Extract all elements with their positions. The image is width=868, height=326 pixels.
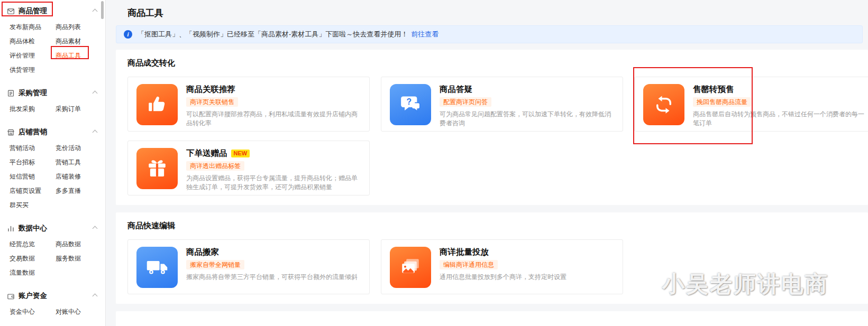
sidebar-section-shop-marketing: 店铺营销 营销活动 竞价活动 平台招标 营销工具 短信营销 店铺装修 店铺页设置…	[0, 125, 105, 209]
sidebar-item-sms-marketing[interactable]: 短信营销	[10, 173, 56, 180]
sidebar-item-transaction-data[interactable]: 交易数据	[10, 255, 56, 262]
info-icon: i	[124, 30, 132, 39]
sidebar-item-business-overview[interactable]: 经营总览	[10, 240, 56, 248]
sidebar-item-publish-new-product[interactable]: 发布新商品	[10, 23, 56, 31]
card-tag: 配置商详页问答	[440, 97, 491, 107]
card-title: 商详批量投放	[440, 247, 567, 257]
card-title: 商品答疑	[440, 84, 614, 95]
card-description: 商品售罄后自动转为预售商品，不错过任何一个消费者的每一笔订单	[693, 110, 867, 128]
card-title: 售罄转预售	[693, 84, 867, 95]
card-product-move[interactable]: 商品搬家 搬家自带全网销量 搬家商品将自带第三方平台销量，可获得平台额外的流量倾…	[127, 239, 370, 294]
sidebar-header-shop-marketing[interactable]: 店铺营销	[0, 125, 105, 139]
card-description: 可以配置商详腰部推荐商品，利用私域流量有效提升店铺内商品转化率	[186, 110, 361, 128]
sidebar-item-platform-tender[interactable]: 平台招标	[10, 159, 56, 166]
page-title: 商品工具	[106, 0, 868, 23]
sidebar-item-wholesale-purchase[interactable]: 批发采购	[10, 105, 56, 113]
card-product-recommendation[interactable]: 商品关联推荐 商详页关联销售 可以配置商详腰部推荐商品，利用私域流量有效提升店铺…	[127, 77, 370, 132]
mail-icon	[6, 7, 15, 15]
notice-banner: i 「抠图工具」、「视频制作」已经移至「商品素材-素材工具」下面啦～快去查看并使…	[116, 25, 863, 43]
card-title: 商品搬家	[186, 247, 358, 257]
sidebar-items: 批发采购 采购订单	[0, 100, 105, 113]
chevron-up-icon[interactable]	[93, 226, 98, 231]
truck-icon	[136, 247, 178, 288]
sidebar-header-account-funds[interactable]: 账户资金	[0, 289, 105, 303]
sidebar-item-product-tools[interactable]: 商品工具	[56, 52, 105, 59]
chevron-up-icon[interactable]	[93, 129, 98, 135]
sidebar-scrollbar[interactable]	[101, 1, 104, 19]
sidebar-item-duoduo-live[interactable]: 多多直播	[56, 187, 105, 194]
card-tag: 商详页关联销售	[186, 97, 238, 107]
card-soldout-presale[interactable]: 售罄转预售 挽回售罄商品流量 商品售罄后自动转为预售商品，不错过任何一个消费者的…	[634, 77, 868, 132]
sidebar-item-product-data[interactable]: 商品数据	[56, 240, 105, 248]
card-order-gift[interactable]: 下单送赠品 NEW 商详透出赠品标签 为商品设置赠品，获得平台专属流量，提升商品…	[127, 141, 370, 195]
sidebar-section-data-center: 数据中心 经营总览 商品数据 交易数据 服务数据 流量数据	[0, 221, 105, 276]
sidebar-item-shop-decoration[interactable]: 店铺装修	[56, 173, 105, 180]
card-product-qa[interactable]: ? 商品答疑 配置商详页问答 可为商品常见问题配置答案，可以加速下单转化，有效降…	[381, 77, 623, 132]
gift-icon	[136, 148, 178, 189]
notice-link[interactable]: 前往查看	[411, 30, 438, 39]
section-title-conversion: 商品成交转化	[127, 58, 868, 68]
card-detail-batch-publish[interactable]: 商详批量投放 编辑商详通用信息 通用信息批量投放到多个商详，支持定时设置	[381, 239, 623, 294]
card-title-text: 下单送赠品	[186, 148, 227, 159]
card-tag: 编辑商详通用信息	[440, 260, 498, 269]
sidebar-section-title: 店铺营销	[19, 127, 47, 137]
sidebar-item-product-material[interactable]: 商品素材	[56, 38, 105, 45]
sidebar-section-title: 账户资金	[19, 291, 47, 301]
chevron-up-icon[interactable]	[93, 90, 98, 96]
sidebar-item-group-buying[interactable]: 群买买	[10, 201, 56, 209]
question-bubble-icon: ?	[390, 84, 431, 125]
photos-icon	[390, 247, 431, 288]
sidebar-item-product-list[interactable]: 商品列表	[56, 23, 105, 31]
sidebar-section-purchase-management: 采购管理 批发采购 采购订单	[0, 86, 105, 113]
sidebar-item-supply-management[interactable]: 供货管理	[10, 66, 56, 73]
sidebar-section-account-funds: 账户资金 资金中心 对账中心	[0, 289, 105, 315]
sidebar-section-product-management: 商品管理 发布新商品 商品列表 商品体检 商品素材 评价管理 商品工具 供货管理	[0, 4, 105, 73]
card-grid: 商品关联推荐 商详页关联销售 可以配置商详腰部推荐商品，利用私域流量有效提升店铺…	[127, 77, 868, 195]
sidebar: 商品管理 发布新商品 商品列表 商品体检 商品素材 评价管理 商品工具 供货管理…	[0, 0, 106, 326]
sidebar-header-product-management[interactable]: 商品管理	[0, 4, 105, 18]
sidebar-items: 发布新商品 商品列表 商品体检 商品素材 评价管理 商品工具 供货管理	[0, 18, 105, 73]
sidebar-items: 资金中心 对账中心	[0, 303, 105, 315]
sidebar-item-reconciliation-center[interactable]: 对账中心	[56, 308, 105, 315]
sidebar-item-marketing-tools[interactable]: 营销工具	[56, 159, 105, 166]
card-title: 下单送赠品 NEW	[186, 148, 361, 159]
shop-icon	[6, 128, 15, 136]
card-description: 可为商品常见问题配置答案，可以加速下单转化，有效降低消费者咨询	[440, 110, 614, 128]
sidebar-section-title: 采购管理	[19, 88, 47, 98]
sidebar-item-funds-center[interactable]: 资金中心	[10, 308, 56, 315]
watermark-text: 小吴老师讲电商	[662, 269, 829, 299]
thumbs-up-icon	[136, 84, 178, 125]
sidebar-header-data-center[interactable]: 数据中心	[0, 221, 105, 235]
card-description: 搬家商品将自带第三方平台销量，可获得平台额外的流量倾斜	[186, 273, 358, 282]
chevron-up-icon[interactable]	[93, 293, 98, 299]
sidebar-items: 营销活动 竞价活动 平台招标 营销工具 短信营销 店铺装修 店铺页设置 多多直播…	[0, 139, 105, 209]
card-description: 通用信息批量投放到多个商详，支持定时设置	[440, 273, 567, 282]
card-tag: 商详透出赠品标签	[186, 161, 244, 171]
notice-text: 「抠图工具」、「视频制作」已经移至「商品素材-素材工具」下面啦～快去查看并使用！	[138, 30, 408, 39]
sidebar-item-marketing-activity[interactable]: 营销活动	[10, 144, 56, 152]
card-tag: 挽回售罄商品流量	[693, 97, 751, 107]
sidebar-item-purchase-order[interactable]: 采购订单	[56, 105, 105, 113]
wallet-icon	[6, 292, 15, 300]
sidebar-items: 经营总览 商品数据 交易数据 服务数据 流量数据	[0, 235, 105, 276]
cycle-arrows-icon	[643, 84, 684, 125]
svg-text:?: ?	[406, 97, 412, 106]
section-title-quick-edit: 商品快速编辑	[127, 221, 868, 231]
chevron-up-icon[interactable]	[93, 8, 98, 14]
sidebar-header-purchase-management[interactable]: 采购管理	[0, 86, 105, 100]
sidebar-item-traffic-data[interactable]: 流量数据	[10, 269, 56, 276]
sidebar-item-bidding-activity[interactable]: 竞价活动	[56, 144, 105, 152]
sidebar-item-product-inspection[interactable]: 商品体检	[10, 38, 56, 45]
new-badge: NEW	[231, 150, 250, 157]
sidebar-section-title: 商品管理	[19, 6, 47, 16]
sidebar-item-review-management[interactable]: 评价管理	[10, 52, 56, 59]
card-tag: 搬家自带全网销量	[186, 260, 244, 269]
card-title: 商品关联推荐	[186, 84, 361, 95]
bar-chart-icon	[6, 224, 15, 232]
panel-next-section-partial	[116, 311, 868, 326]
panel-conversion-tools: 商品成交转化 商品关联推荐 商详页关联销售 可以配置商详腰部推荐商品，利用私域流…	[116, 50, 868, 205]
clipboard-icon	[6, 89, 15, 97]
sidebar-item-service-data[interactable]: 服务数据	[56, 255, 105, 262]
sidebar-section-title: 数据中心	[19, 223, 47, 233]
sidebar-item-shop-page-settings[interactable]: 店铺页设置	[10, 187, 56, 194]
